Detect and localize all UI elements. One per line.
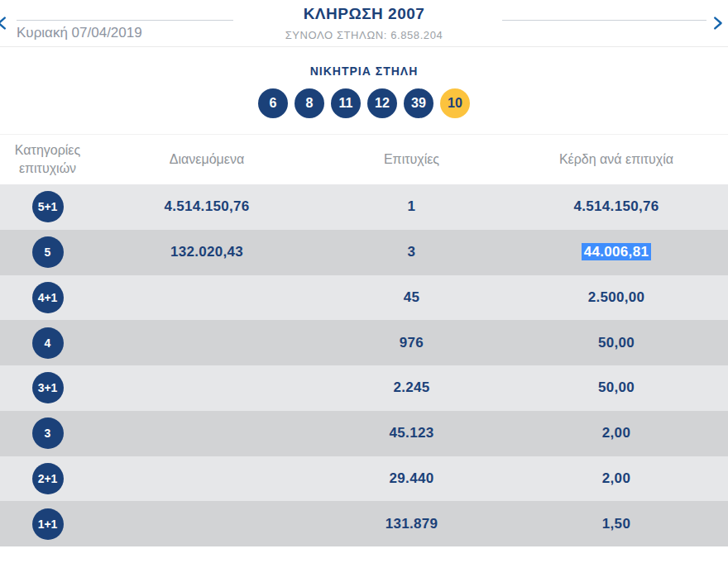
winners-value: 29.440 bbox=[318, 470, 505, 487]
winning-numbers: 6 8 11 12 39 10 bbox=[0, 88, 728, 118]
category-badge: 5 bbox=[32, 236, 64, 268]
winning-column-section: ΝΙΚΗΤΡΙΑ ΣΤΗΛΗ 6 8 11 12 39 10 bbox=[0, 47, 728, 118]
category-badge: 3+1 bbox=[32, 372, 64, 403]
prize-table-header: Κατηγορίες επιτυχιών Διανεμόμενα Επιτυχί… bbox=[0, 134, 728, 184]
prize-value: 2,00 bbox=[505, 470, 728, 487]
category-badge: 2+1 bbox=[32, 463, 64, 494]
winners-value: 3 bbox=[318, 244, 505, 260]
column-header-categories: Κατηγορίες επιτυχιών bbox=[0, 141, 95, 177]
prize-value: 50,00 bbox=[505, 335, 728, 351]
prize-value: 50,00 bbox=[505, 379, 728, 396]
category-badge: 4 bbox=[32, 327, 64, 359]
winners-value: 45.123 bbox=[318, 425, 505, 441]
winning-number-ball: 8 bbox=[295, 88, 324, 118]
distributed-value: 132.020,43 bbox=[95, 244, 318, 260]
category-badge: 1+1 bbox=[32, 508, 64, 540]
prize-value: 2,00 bbox=[505, 425, 728, 441]
column-header-prize: Κέρδη ανά επιτυχία bbox=[505, 150, 728, 169]
draw-header: ΚΛΗΡΩΣΗ 2007 ΣΥΝΟΛΟ ΣΤΗΛΩΝ: 6.858.204 bbox=[0, 5, 728, 41]
table-row: 4+1 45 2.500,00 bbox=[0, 275, 728, 321]
winners-value: 2.245 bbox=[318, 379, 505, 396]
table-row: 2+1 29.440 2,00 bbox=[0, 456, 728, 502]
prize-table-body: 5+1 4.514.150,76 1 4.514.150,76 5 132.02… bbox=[0, 184, 728, 546]
winners-value: 976 bbox=[318, 335, 505, 351]
table-row: 5+1 4.514.150,76 1 4.514.150,76 bbox=[0, 184, 728, 230]
next-draw-button[interactable] bbox=[708, 14, 726, 32]
column-header-winners: Επιτυχίες bbox=[318, 150, 505, 169]
table-row: 5 132.020,43 3 44.006,81 bbox=[0, 230, 728, 275]
table-row: 3+1 2.245 50,00 bbox=[0, 365, 728, 411]
category-badge: 5+1 bbox=[32, 191, 64, 222]
winning-column-title: ΝΙΚΗΤΡΙΑ ΣΤΗΛΗ bbox=[0, 64, 728, 78]
winning-number-ball: 39 bbox=[404, 88, 433, 118]
table-row: 1+1 131.879 1,50 bbox=[0, 501, 728, 546]
table-row: 4 976 50,00 bbox=[0, 320, 728, 365]
prize-table: Κατηγορίες επιτυχιών Διανεμόμενα Επιτυχί… bbox=[0, 134, 728, 546]
prize-value: 1,50 bbox=[505, 516, 728, 532]
next-underline bbox=[502, 20, 706, 21]
winning-number-ball: 6 bbox=[258, 88, 288, 118]
prize-value-selected: 44.006,81 bbox=[582, 243, 651, 260]
winning-number-ball: 12 bbox=[367, 88, 397, 118]
prize-value: 2.500,00 bbox=[505, 289, 728, 306]
prize-value: 4.514.150,76 bbox=[505, 198, 728, 215]
draw-navigation-bar: Κυριακή 07/04/2019 ΚΛΗΡΩΣΗ 2007 ΣΥΝΟΛΟ Σ… bbox=[0, 0, 728, 47]
winners-value: 1 bbox=[318, 198, 505, 215]
column-header-distributed: Διανεμόμενα bbox=[95, 150, 318, 169]
joker-number-ball: 10 bbox=[440, 88, 470, 118]
chevron-right-icon bbox=[708, 21, 726, 35]
total-columns-label: ΣΥΝΟΛΟ ΣΤΗΛΩΝ: 6.858.204 bbox=[0, 29, 728, 41]
distributed-value: 4.514.150,76 bbox=[95, 198, 318, 215]
winners-value: 131.879 bbox=[318, 516, 505, 532]
winning-number-ball: 11 bbox=[331, 88, 361, 118]
category-badge: 4+1 bbox=[32, 282, 64, 313]
table-row: 3 45.123 2,00 bbox=[0, 411, 728, 456]
category-badge: 3 bbox=[32, 417, 64, 449]
winners-value: 45 bbox=[318, 289, 505, 306]
